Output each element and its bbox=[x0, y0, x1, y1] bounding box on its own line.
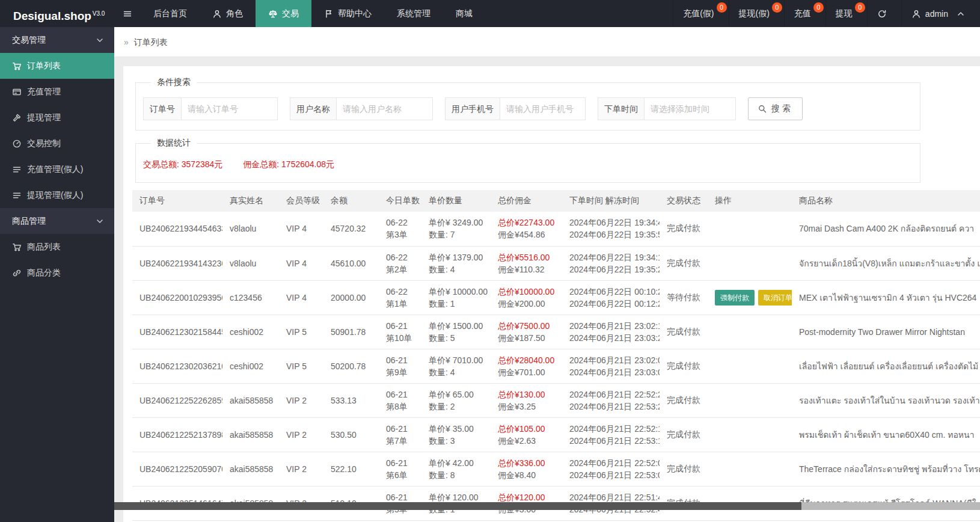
nav-item[interactable]: 角色 bbox=[200, 0, 256, 27]
count-badge: 0 bbox=[855, 2, 865, 13]
sidebar-item[interactable]: 商品列表 bbox=[0, 234, 114, 260]
horizontal-scrollbar[interactable] bbox=[114, 502, 980, 510]
table-row: UB2406212252137898akai585858VIP 2530.500… bbox=[132, 417, 980, 452]
search-field-group: 下单时间 bbox=[598, 97, 736, 120]
nav-item[interactable]: 充值(假)0 bbox=[673, 0, 728, 27]
nav-item[interactable]: 充值0 bbox=[784, 0, 825, 27]
refresh-button[interactable] bbox=[867, 0, 901, 27]
cell-status: 完成付款 bbox=[660, 212, 708, 246]
order-time: 2024年06月21日 23:02:03 bbox=[569, 354, 652, 366]
count-badge: 0 bbox=[772, 2, 782, 13]
cell-real-name: ceshi002 bbox=[222, 349, 279, 383]
search-input[interactable] bbox=[337, 97, 433, 120]
sidebar-item[interactable]: 提现管理 bbox=[0, 105, 114, 130]
cell-status: 完成付款 bbox=[660, 417, 708, 452]
sidebar-group-label: 交易管理 bbox=[12, 35, 46, 45]
main-content: »订单列表 条件搜索 订单号用户名称用户手机号下单时间搜索 数据统计 交易总额:… bbox=[114, 27, 980, 522]
cell-balance: 50200.78 bbox=[323, 349, 379, 383]
unfreeze-time: 2024年06月21日 23:03:09 bbox=[569, 366, 652, 378]
nav-item[interactable]: 后台首页 bbox=[141, 0, 200, 27]
cell-order-no: UB2406220010293956 bbox=[132, 280, 222, 315]
sidebar-item[interactable]: 商品分类 bbox=[0, 260, 114, 286]
today-seq: 第9单 bbox=[386, 366, 414, 378]
cancel-order-button[interactable]: 取消订单 bbox=[758, 290, 792, 306]
cell-status: 完成付款 bbox=[660, 383, 708, 417]
cell-price-qty: 单价¥ 3249.00数量: 7 bbox=[421, 212, 491, 246]
search-button[interactable]: 搜索 bbox=[748, 97, 803, 120]
cell-today-orders: 06-22第1单 bbox=[379, 280, 421, 315]
today-seq: 第2单 bbox=[386, 263, 414, 275]
sidebar-group-title[interactable]: 商品管理 bbox=[0, 208, 114, 234]
orders-table: 订单号真实姓名会员等级余额今日单数单价数量总价佣金下单时间 解冻时间交易状态操作… bbox=[132, 190, 980, 521]
sidebar-item[interactable]: 交易控制 bbox=[0, 130, 114, 156]
order-time: 2024年06月22日 19:34:14 bbox=[569, 251, 652, 263]
search-field-label: 用户名称 bbox=[290, 97, 337, 120]
nav-item[interactable]: 帮助中心 bbox=[311, 0, 384, 27]
cell-product-name: TheTerrace กล่องใส่กระดาษทิชชู่ พร้อมที่… bbox=[792, 452, 980, 486]
breadcrumb-arrow-icon: » bbox=[124, 37, 129, 47]
navbar-right: 充值(假)0提现(假)0充值0提现0admin bbox=[673, 0, 980, 27]
nav-item[interactable]: 系统管理 bbox=[384, 0, 443, 27]
nav-item-label: 后台首页 bbox=[153, 8, 187, 19]
stat-text: 佣金总额: 1752604.08元 bbox=[243, 159, 334, 169]
cell-vip-level: VIP 4 bbox=[279, 280, 323, 315]
sidebar-item[interactable]: 充值管理(假人) bbox=[0, 156, 114, 182]
stat-text: 交易总额: 3572384元 bbox=[143, 159, 222, 169]
sidebar-item-label: 交易控制 bbox=[27, 138, 61, 149]
today-seq: 第7单 bbox=[386, 435, 414, 447]
scales-icon bbox=[268, 9, 278, 19]
table-row: UB2406212252262859akai585858VIP 2533.130… bbox=[132, 383, 980, 417]
cell-vip-level: VIP 5 bbox=[279, 315, 323, 349]
cell-real-name: v8laolu bbox=[222, 246, 279, 280]
sidebar-group-title[interactable]: 交易管理 bbox=[0, 27, 114, 53]
commission: 佣金¥701.00 bbox=[498, 366, 555, 378]
cell-vip-level: VIP 2 bbox=[279, 383, 323, 417]
unit-price: 单价¥ 7010.00 bbox=[429, 354, 483, 366]
user-menu[interactable]: admin bbox=[901, 0, 980, 27]
brand-version: V3.0 bbox=[93, 10, 105, 17]
table-row: UB2406212252059070akai585858VIP 2522.100… bbox=[132, 452, 980, 486]
cell-balance: 45610.00 bbox=[323, 246, 379, 280]
unit-price: 单价¥ 10000.00 bbox=[429, 286, 483, 298]
total-price: 总价¥336.00 bbox=[498, 457, 555, 469]
cell-real-name: v8laolu bbox=[222, 212, 279, 246]
sidebar-item[interactable]: 提现管理(假人) bbox=[0, 182, 114, 208]
today-date: 06-22 bbox=[386, 216, 414, 229]
commission: 佣金¥200.00 bbox=[498, 298, 555, 310]
menu-toggle-icon[interactable] bbox=[114, 0, 141, 27]
commission: 佣金¥187.50 bbox=[498, 332, 555, 344]
scrollbar-thumb[interactable] bbox=[114, 502, 801, 510]
quantity: 数量: 4 bbox=[429, 366, 483, 378]
sidebar-item[interactable]: 订单列表 bbox=[0, 53, 114, 79]
cell-balance: 522.10 bbox=[323, 452, 379, 486]
force-pay-button[interactable]: 强制付款 bbox=[715, 290, 755, 306]
brand-logo: Desigual.shopV3.0 bbox=[0, 0, 114, 27]
nav-item-label: 提现(假) bbox=[739, 8, 770, 19]
nav-item[interactable]: 提现0 bbox=[825, 0, 867, 27]
search-form: 订单号用户名称用户手机号下单时间搜索 bbox=[142, 95, 914, 123]
nav-item-label: 系统管理 bbox=[397, 8, 430, 19]
sidebar-item[interactable]: 充值管理 bbox=[0, 79, 114, 105]
search-input[interactable] bbox=[645, 97, 736, 120]
sidebar-item-label: 商品分类 bbox=[27, 268, 61, 278]
chevron-up-icon bbox=[956, 9, 966, 19]
cell-actions bbox=[708, 349, 792, 383]
today-date: 06-21 bbox=[386, 354, 414, 366]
nav-item[interactable]: 提现(假)0 bbox=[729, 0, 784, 27]
stats-legend: 数据统计 bbox=[151, 138, 197, 149]
sidebar-item-label: 提现管理 bbox=[27, 112, 61, 123]
unit-price: 单价¥ 42.00 bbox=[429, 457, 483, 469]
search-input[interactable] bbox=[182, 97, 278, 120]
sidebar-item-label: 充值管理 bbox=[27, 87, 61, 97]
nav-item[interactable]: 交易 bbox=[256, 0, 311, 27]
cell-actions bbox=[708, 246, 792, 280]
cell-price-qty: 单价¥ 35.00数量: 3 bbox=[421, 417, 491, 452]
cell-status: 完成付款 bbox=[660, 349, 708, 383]
search-input[interactable] bbox=[500, 97, 586, 120]
cell-order-no: UB2406212302036210 bbox=[132, 349, 222, 383]
nav-item[interactable]: 商城 bbox=[443, 0, 485, 27]
column-header: 会员等级 bbox=[279, 190, 323, 212]
cell-actions bbox=[708, 383, 792, 417]
cell-vip-level: VIP 4 bbox=[279, 212, 323, 246]
cell-vip-level: VIP 2 bbox=[279, 452, 323, 486]
